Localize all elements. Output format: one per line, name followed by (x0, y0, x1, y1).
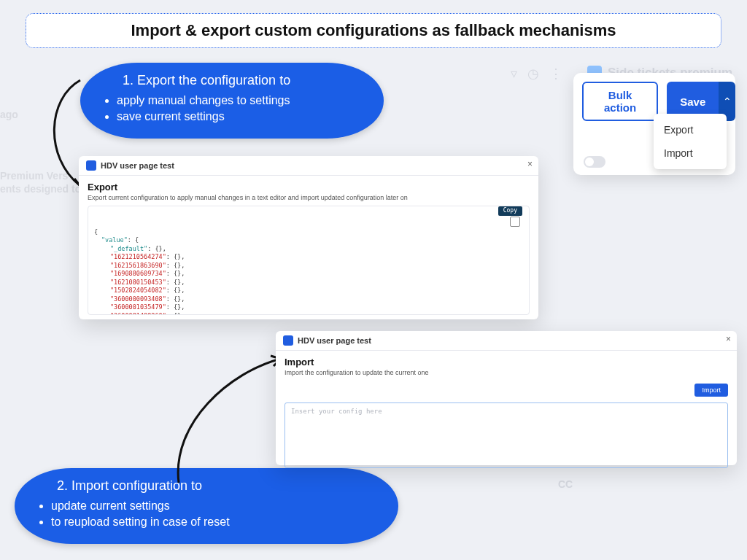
dropdown-item-import[interactable]: Import (654, 141, 727, 165)
bg-cc-text: CC (558, 478, 573, 490)
actions-popover: Bulk action Save ⌃ Export Import (573, 73, 735, 175)
callout-export-bullet: save current settings (117, 109, 363, 125)
import-button[interactable]: Import (694, 384, 728, 397)
copy-icon[interactable] (510, 217, 520, 227)
callout-import-list: update current settings to reupload sett… (35, 498, 378, 531)
import-textarea-placeholder: Insert your config here (291, 408, 382, 415)
import-section-title: Import (285, 357, 728, 368)
export-section-desc: Export current configuration to apply ma… (88, 194, 530, 201)
clock-icon: ◷ (527, 66, 539, 82)
bg-fragment-premium: Premium Vers ents designed to (0, 169, 81, 195)
export-modal-title: HDV user page test (101, 161, 174, 170)
export-modal: HDV user page test × Export Export curre… (79, 156, 538, 319)
vdots-icon: ⋮ (549, 66, 562, 82)
toggle-knob (585, 158, 594, 166)
toggle-switch[interactable] (584, 156, 605, 168)
bg-fragment-ago: ago (0, 108, 18, 121)
app-logo-icon (283, 335, 293, 346)
import-modal-header: HDV user page test (276, 331, 737, 351)
bulk-action-button[interactable]: Bulk action (582, 82, 658, 121)
export-section-title: Export (88, 182, 530, 192)
save-dropdown: Export Import (654, 114, 727, 169)
chevron-up-icon: ⌃ (723, 96, 732, 107)
import-textarea[interactable]: Insert your config here (285, 402, 728, 468)
callout-export-title: 1. Export the configuration to (123, 73, 363, 88)
import-modal-title: HDV user page test (298, 336, 371, 345)
export-json-output[interactable]: Copy {"value": {"_default": {},"16212105… (88, 206, 530, 315)
import-body: Import Insert your config here (276, 381, 737, 477)
bg-fragment-premium-2: ents designed to (0, 183, 81, 195)
import-section-desc: Import the configuration to update the c… (285, 369, 728, 376)
callout-export: 1. Export the configuration to apply man… (80, 63, 384, 139)
funnel-icon: ▿ (511, 66, 517, 82)
export-json-lines: {"value": {"_default": {},"1621210564274… (94, 228, 523, 315)
copy-button[interactable]: Copy (498, 206, 522, 216)
export-modal-close[interactable]: × (527, 159, 533, 169)
app-logo-icon (86, 160, 96, 171)
bg-fragment-premium-1: Premium Vers (0, 170, 68, 182)
callout-import: 2. Import configuration to update curren… (15, 468, 398, 544)
dropdown-item-export[interactable]: Export (654, 118, 727, 141)
callout-export-list: apply manual changes to settings save cu… (101, 93, 363, 125)
export-section: Export Export current configuration to a… (79, 176, 538, 206)
import-modal: HDV user page test × Import Import the c… (276, 331, 737, 465)
callout-export-bullet: apply manual changes to settings (117, 93, 363, 109)
export-modal-header: HDV user page test (79, 156, 538, 176)
import-section: Import Import the configuration to updat… (276, 351, 737, 381)
callout-import-bullet: to reupload setting in case of reset (51, 514, 378, 530)
page-title: Import & export custom configurations as… (26, 13, 721, 48)
callout-import-bullet: update current settings (51, 498, 378, 514)
bg-icon-row: ▿ ◷ ⋮ (511, 66, 562, 82)
callout-import-title: 2. Import configuration to (57, 478, 378, 494)
import-modal-close[interactable]: × (726, 334, 731, 344)
